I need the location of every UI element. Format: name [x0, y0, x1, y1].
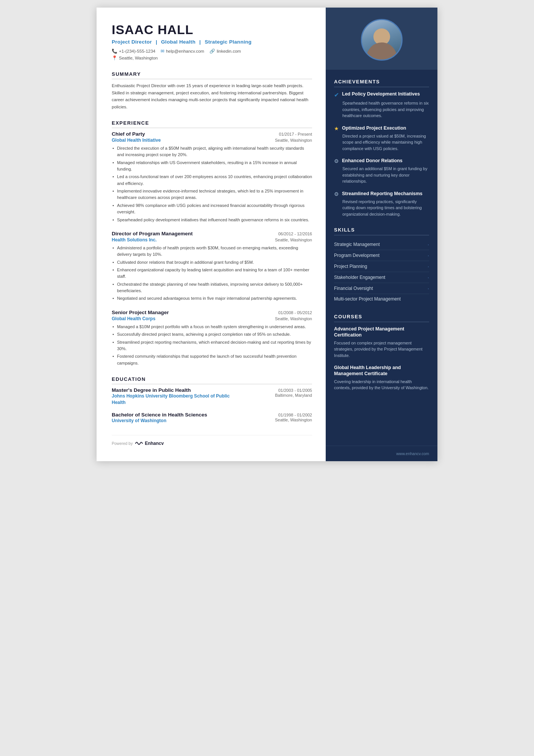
candidate-name: ISAAC HALL — [112, 23, 312, 37]
achievements-section: ACHIEVEMENTS ✔ Led Policy Development In… — [334, 79, 429, 217]
achievement-desc-4: Revised reporting practices, significant… — [334, 199, 429, 218]
contact-line: 📞 +1-(234)-555-1234 ✉ help@enhancv.com 🔗… — [112, 49, 312, 54]
skill-dot-3: · — [428, 263, 429, 269]
bullet-2-2: Cultivated donor relations that brought … — [112, 259, 312, 266]
summary-title: SUMMARY — [112, 71, 312, 79]
enhancv-logo: Enhancv — [135, 441, 164, 446]
sep-1: | — [156, 39, 159, 45]
avatar-image — [362, 20, 401, 59]
right-column: ACHIEVEMENTS ✔ Led Policy Development In… — [326, 8, 437, 461]
phone-contact: 📞 +1-(234)-555-1234 — [112, 49, 155, 54]
person-icon-3: ⚙ — [334, 158, 339, 164]
photo-area — [326, 8, 437, 70]
right-content: ACHIEVEMENTS ✔ Led Policy Development In… — [326, 70, 437, 446]
achievement-title-2: Optimized Project Execution — [342, 125, 406, 131]
skill-dot-1: · — [428, 241, 429, 247]
achievements-title: ACHIEVEMENTS — [334, 79, 429, 87]
skill-label-3: Project Planning — [334, 264, 367, 269]
header-section: ISAAC HALL Project Director | Global Hea… — [112, 23, 312, 61]
star-icon-2: ★ — [334, 125, 339, 131]
job-bullets-1: Directed the execution of a $50M health … — [112, 145, 312, 223]
achievement-header-1: ✔ Led Policy Development Initiatives — [334, 91, 429, 99]
job-header-2: Director of Program Management 06/2012 -… — [112, 231, 312, 236]
title-part-3: Strategic Planning — [205, 39, 251, 45]
person-icon-4: ⚙ — [334, 191, 339, 197]
linkedin-icon: 🔗 — [209, 49, 215, 54]
skill-5: Financial Oversight · — [334, 283, 429, 294]
course-title-2: Global Health Leadership and Management … — [334, 365, 429, 377]
linkedin-contact: 🔗 linkedin.com — [209, 49, 241, 54]
bullet-2-3: Enhanced organizational capacity by lead… — [112, 267, 312, 280]
job-sub-3: Global Health Corps Seattle, Washington — [112, 316, 312, 321]
courses-section: COURSES Advanced Project Management Cert… — [334, 314, 429, 391]
job-block-2: Director of Program Management 06/2012 -… — [112, 231, 312, 302]
achievement-item-2: ★ Optimized Project Execution Directed a… — [334, 125, 429, 152]
job-bullets-3: Managed a $10M project portfolio with a … — [112, 324, 312, 366]
course-item-2: Global Health Leadership and Management … — [334, 365, 429, 391]
left-column: ISAAC HALL Project Director | Global Hea… — [97, 8, 326, 461]
job-bullets-2: Administered a portfolio of health proje… — [112, 245, 312, 302]
edu-sub-1: Johns Hopkins University Bloomberg Schoo… — [112, 393, 312, 406]
skill-label-6: Multi-sector Project Management — [334, 296, 401, 302]
experience-section: EXPERIENCE Chief of Party 01/2017 - Pres… — [112, 120, 312, 366]
skills-section: SKILLS Strategic Management · Program De… — [334, 227, 429, 304]
title-part-1: Project Director — [112, 39, 152, 45]
footer-right: www.enhancv.com — [326, 446, 437, 461]
linkedin-value: linkedin.com — [217, 49, 241, 53]
company-name-3: Global Health Corps — [112, 316, 155, 321]
location-icon: 📍 — [112, 55, 117, 61]
edu-dates-1: 01/2003 - 01/2005 — [278, 388, 312, 393]
enhancv-logo-icon — [135, 441, 143, 446]
avatar — [361, 19, 403, 61]
skill-label-5: Financial Oversight — [334, 286, 373, 291]
title-part-2: Global Health — [161, 39, 195, 45]
check-icon-1: ✔ — [334, 91, 339, 99]
skill-3: Project Planning · — [334, 261, 429, 272]
bullet-2-4: Orchestrated the strategic planning of n… — [112, 281, 312, 294]
website-label: www.enhancv.com — [396, 451, 429, 456]
experience-title: EXPERIENCE — [112, 120, 312, 128]
sep-2: | — [199, 39, 202, 45]
edu-location-1: Baltimore, Maryland — [275, 393, 312, 406]
bullet-2-5: Negotiated and secured advantageous term… — [112, 295, 312, 302]
achievement-header-3: ⚙ Enhanced Donor Relations — [334, 158, 429, 164]
job-header-3: Senior Project Manager 01/2008 - 05/2012 — [112, 310, 312, 315]
achievement-title-1: Led Policy Development Initiatives — [342, 91, 420, 97]
email-icon: ✉ — [161, 49, 164, 54]
course-item-1: Advanced Project Management Certificatio… — [334, 326, 429, 358]
edu-sub-2: University of Washington Seattle, Washin… — [112, 418, 312, 424]
brand-name: Enhancv — [145, 441, 164, 446]
achievement-item-4: ⚙ Streamlined Reporting Mechanisms Revis… — [334, 191, 429, 218]
bullet-3-2: Successfully directed project teams, ach… — [112, 331, 312, 338]
job-title-3: Senior Project Manager — [112, 310, 169, 315]
achievement-desc-3: Secured an additional $5M in grant fundi… — [334, 166, 429, 185]
bullet-1-5: Achieved 98% compliance with USG policie… — [112, 202, 312, 216]
job-location-2: Seattle, Washington — [275, 238, 312, 242]
job-title-1: Chief of Party — [112, 131, 145, 137]
job-location-1: Seattle, Washington — [275, 138, 312, 142]
phone-value: +1-(234)-555-1234 — [119, 49, 155, 53]
bullet-1-1: Directed the execution of a $50M health … — [112, 145, 312, 158]
company-name-2: Health Solutions Inc. — [112, 237, 157, 243]
phone-icon: 📞 — [112, 49, 117, 54]
bullet-1-3: Led a cross-functional team of over 200 … — [112, 174, 312, 187]
powered-by-label: Powered by — [112, 441, 133, 446]
edu-location-2: Seattle, Washington — [275, 418, 312, 424]
skill-4: Stakeholder Engagement · — [334, 272, 429, 283]
job-dates-1: 01/2017 - Present — [279, 132, 312, 136]
skills-title: SKILLS — [334, 227, 429, 235]
course-title-1: Advanced Project Management Certificatio… — [334, 326, 429, 338]
location-line: 📍 Seattle, Washington — [112, 55, 312, 61]
job-sub-2: Health Solutions Inc. Seattle, Washingto… — [112, 237, 312, 243]
skill-label-4: Stakeholder Engagement — [334, 275, 385, 280]
skill-dot-4: · — [428, 274, 429, 280]
skill-2: Program Development · — [334, 250, 429, 261]
edu-block-2: Bachelor of Science in Health Sciences 0… — [112, 412, 312, 424]
edu-header-1: Master's Degree in Public Health 01/2003… — [112, 387, 312, 393]
summary-section: SUMMARY Enthusiastic Project Director wi… — [112, 71, 312, 110]
job-header-1: Chief of Party 01/2017 - Present — [112, 131, 312, 137]
email-value: help@enhancv.com — [166, 49, 204, 53]
footer-left: Powered by Enhancv — [112, 435, 312, 446]
bullet-3-4: Fostered community relationships that su… — [112, 353, 312, 366]
course-desc-2: Covering leadership in international hea… — [334, 379, 429, 391]
